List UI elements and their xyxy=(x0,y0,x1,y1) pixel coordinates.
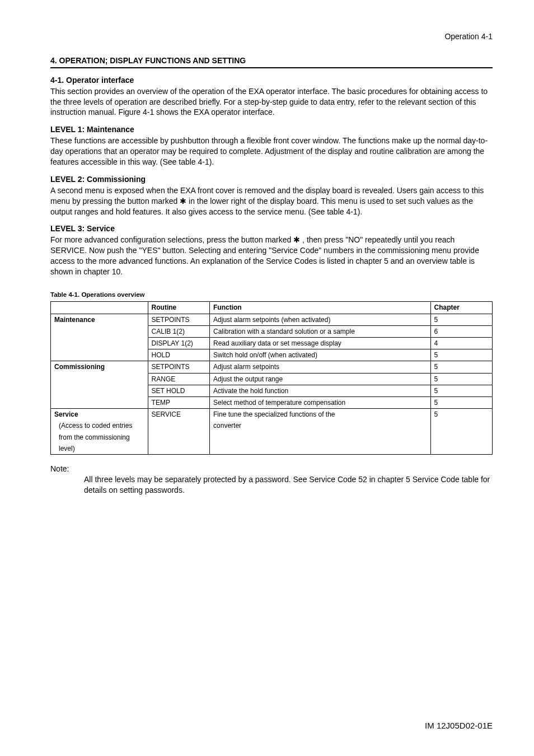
cell-level xyxy=(51,385,148,396)
cell-routine: SETPOINTS xyxy=(148,314,209,325)
page-label: Operation 4-1 xyxy=(50,31,493,42)
cell-level: (Access to coded entries xyxy=(51,420,148,431)
cell-chapter: 4 xyxy=(430,338,492,349)
cell-function: converter xyxy=(210,420,431,431)
table-row: from the commissioning xyxy=(51,432,493,443)
cell-level: Service xyxy=(51,409,148,421)
footer-doc-id: IM 12J05D02-01E xyxy=(425,720,493,731)
cell-chapter xyxy=(430,420,492,431)
note-label: Note: xyxy=(50,464,493,474)
cell-chapter: 5 xyxy=(430,409,492,421)
table-row: (Access to coded entries converter xyxy=(51,420,493,431)
cell-chapter: 5 xyxy=(430,349,492,361)
cell-function: Activate the hold function xyxy=(210,385,431,396)
cell-level xyxy=(51,373,148,385)
cell-routine: RANGE xyxy=(148,373,209,385)
cell-chapter: 6 xyxy=(430,325,492,337)
para-level1: These functions are accessible by pushbu… xyxy=(50,136,493,167)
cell-routine: SERVICE xyxy=(148,409,209,421)
cell-level-sub: from the commissioning xyxy=(54,433,144,442)
cell-routine xyxy=(148,420,209,431)
cell-routine: DISPLAY 1(2) xyxy=(148,338,209,349)
cell-chapter: 5 xyxy=(430,361,492,373)
para-level2: A second menu is exposed when the EXA fr… xyxy=(50,185,493,217)
table-row: level) xyxy=(51,443,493,455)
cell-function xyxy=(210,443,431,455)
table-row: DISPLAY 1(2) Read auxiliary data or set … xyxy=(51,338,493,349)
cell-level xyxy=(51,338,148,349)
cell-chapter: 5 xyxy=(430,314,492,325)
th-function: Function xyxy=(210,302,431,314)
table-row: SET HOLD Activate the hold function 5 xyxy=(51,385,493,396)
table-row: Maintenance SETPOINTS Adjust alarm setpo… xyxy=(51,314,493,325)
section-rule xyxy=(50,67,493,68)
heading-operator-interface: 4-1. Operator interface xyxy=(50,75,493,86)
cell-level xyxy=(51,325,148,337)
cell-level: from the commissioning xyxy=(51,432,148,443)
cell-function: Adjust alarm setpoints (when activated) xyxy=(210,314,431,325)
cell-level xyxy=(51,396,148,408)
cell-level: Commissioning xyxy=(51,361,148,373)
cell-routine xyxy=(148,432,209,443)
cell-routine: SETPOINTS xyxy=(148,361,209,373)
heading-level3: LEVEL 3: Service xyxy=(50,223,493,234)
heading-level1: LEVEL 1: Maintenance xyxy=(50,124,493,135)
cell-chapter: 5 xyxy=(430,373,492,385)
cell-function xyxy=(210,432,431,443)
table-row: CALIB 1(2) Calibration with a standard s… xyxy=(51,325,493,337)
cell-level: level) xyxy=(51,443,148,455)
cell-chapter: 5 xyxy=(430,385,492,396)
cell-function: Calibration with a standard solution or … xyxy=(210,325,431,337)
cell-function: Adjust the output range xyxy=(210,373,431,385)
document-page: Operation 4-1 4. OPERATION; DISPLAY FUNC… xyxy=(0,0,534,756)
table-header-row: Routine Function Chapter xyxy=(51,302,493,314)
cell-routine: TEMP xyxy=(148,396,209,408)
cell-routine: SET HOLD xyxy=(148,385,209,396)
section-title: 4. OPERATION; DISPLAY FUNCTIONS AND SETT… xyxy=(50,55,493,66)
cell-function: Select method of temperature compensatio… xyxy=(210,396,431,408)
table-row: RANGE Adjust the output range 5 xyxy=(51,373,493,385)
cell-routine: CALIB 1(2) xyxy=(148,325,209,337)
cell-level: Maintenance xyxy=(51,314,148,325)
table-row: TEMP Select method of temperature compen… xyxy=(51,396,493,408)
th-routine: Routine xyxy=(148,302,209,314)
cell-routine xyxy=(148,443,209,455)
cell-function: Switch hold on/off (when activated) xyxy=(210,349,431,361)
para-operator-interface: This section provides an overview of the… xyxy=(50,86,493,118)
table-row: Commissioning SETPOINTS Adjust alarm set… xyxy=(51,361,493,373)
th-level xyxy=(51,302,148,314)
cell-level-sub: level) xyxy=(54,444,144,453)
cell-routine: HOLD xyxy=(148,349,209,361)
table-row: HOLD Switch hold on/off (when activated)… xyxy=(51,349,493,361)
note-text: All three levels may be separately prote… xyxy=(84,474,493,496)
table-caption: Table 4-1. Operations overview xyxy=(50,291,493,300)
cell-chapter xyxy=(430,432,492,443)
operations-table: Routine Function Chapter Maintenance SET… xyxy=(50,301,493,454)
cell-chapter: 5 xyxy=(430,396,492,408)
para-level3: For more advanced configuration selectio… xyxy=(50,235,493,277)
heading-level2: LEVEL 2: Commissioning xyxy=(50,174,493,185)
note-block: Note: All three levels may be separately… xyxy=(50,464,493,496)
table-row: Service SERVICE Fine tune the specialize… xyxy=(51,409,493,421)
th-chapter: Chapter xyxy=(430,302,492,314)
cell-function: Adjust alarm setpoints xyxy=(210,361,431,373)
cell-level xyxy=(51,349,148,361)
cell-function: Fine tune the specialized functions of t… xyxy=(210,409,431,421)
cell-level-sub: (Access to coded entries xyxy=(54,421,144,430)
cell-function: Read auxiliary data or set message displ… xyxy=(210,338,431,349)
cell-chapter xyxy=(430,443,492,455)
